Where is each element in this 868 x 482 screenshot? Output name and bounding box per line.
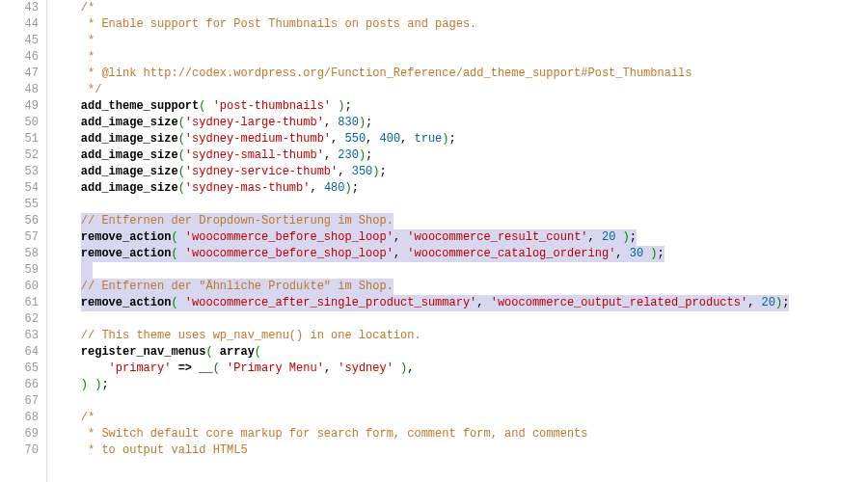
token: 'sydney-large-thumb': [185, 116, 324, 129]
token: (: [178, 148, 185, 162]
code-line: add_theme_support( 'post-thumbnails' );: [53, 98, 868, 115]
token: ;: [630, 230, 637, 244]
token: ,: [588, 230, 602, 244]
token: (: [171, 230, 184, 244]
token: ;: [366, 148, 372, 162]
token: 830: [338, 116, 359, 129]
token: 480: [324, 181, 345, 195]
token: register_nav_menus: [81, 345, 206, 359]
token: 'sydney': [338, 362, 393, 375]
line-number: 46: [0, 49, 39, 66]
code-line: */: [53, 82, 868, 98]
token: 'sydney-small-thumb': [185, 148, 324, 162]
token: ,: [407, 362, 414, 375]
line-number: 66: [0, 377, 39, 393]
token: ,: [615, 247, 629, 260]
line-number: 55: [0, 197, 39, 213]
token: ): [344, 181, 351, 195]
code-line: // Entfernen der "Ähnliche Produkte" im …: [53, 279, 868, 295]
code-line: // This theme uses wp_nav_menu() in one …: [53, 328, 868, 344]
token: ,: [476, 296, 490, 309]
line-number: 44: [0, 16, 39, 33]
token: =>: [178, 362, 192, 375]
token: remove_action: [81, 247, 172, 260]
line-number: 60: [0, 279, 39, 295]
token: // This theme uses wp_nav_menu() in one …: [81, 329, 421, 342]
token: ,: [747, 296, 761, 309]
token: ;: [658, 247, 665, 260]
line-number: 65: [0, 361, 39, 377]
token: // Entfernen der Dropdown-Sortierung im …: [81, 214, 393, 228]
token: remove_action: [81, 230, 172, 244]
token: 'woocommerce_result_count': [407, 230, 587, 244]
token: 'sydney-medium-thumb': [185, 132, 331, 146]
code-line: *: [53, 49, 868, 66]
token: array: [220, 345, 255, 359]
line-number: 56: [0, 213, 39, 229]
token: ): [442, 132, 448, 146]
token: (: [178, 116, 185, 129]
token: remove_action: [81, 296, 172, 309]
token: ): [359, 148, 366, 162]
code-line: * to output valid HTML5: [53, 442, 868, 459]
token: add_image_size: [81, 116, 178, 129]
token: * @link http://codex.wordpress.org/Funct…: [81, 67, 692, 80]
line-number: 57: [0, 229, 39, 246]
token: * Enable support for Post Thumbnails on …: [81, 17, 476, 31]
token: ) ): [81, 378, 102, 391]
token: ,: [324, 148, 338, 162]
code-line: remove_action( 'woocommerce_before_shop_…: [53, 229, 868, 246]
code-line: *: [53, 33, 868, 49]
code-line: remove_action( 'woocommerce_before_shop_…: [53, 246, 868, 262]
token: *: [81, 50, 95, 64]
line-number-gutter: 4344454647484950515253545556575859606162…: [0, 0, 47, 482]
token: * Switch default core markup for search …: [81, 427, 588, 441]
code-area[interactable]: /* * Enable support for Post Thumbnails …: [47, 0, 868, 482]
token: 'woocommerce_after_single_product_summar…: [185, 296, 476, 309]
token: add_image_size: [81, 181, 178, 195]
code-line: /*: [53, 0, 868, 16]
token: 550: [344, 132, 366, 146]
token: add_image_size: [81, 148, 178, 162]
token: // Entfernen der "Ähnliche Produkte" im …: [81, 280, 393, 293]
code-line: add_image_size('sydney-service-thumb', 3…: [53, 164, 868, 180]
token: 350: [352, 165, 373, 178]
token: ,: [324, 362, 338, 375]
token: (: [178, 165, 185, 178]
token: (: [171, 247, 184, 260]
token: ): [372, 165, 379, 178]
token: __: [199, 362, 212, 375]
token: ;: [101, 378, 108, 391]
token: 'Primary Menu': [227, 362, 324, 375]
token: (: [213, 362, 227, 375]
token: 'post-thumbnails': [213, 99, 331, 113]
token: add_theme_support: [81, 99, 199, 113]
line-number: 59: [0, 262, 39, 279]
line-number: 58: [0, 246, 39, 262]
token: ;: [344, 99, 351, 113]
line-number: 50: [0, 115, 39, 131]
line-number: 47: [0, 66, 39, 82]
token: 'primary': [109, 362, 172, 375]
line-number: 53: [0, 164, 39, 180]
token: ,: [331, 132, 344, 146]
token: ): [359, 116, 366, 129]
token: ;: [352, 181, 359, 195]
token: ;: [366, 116, 372, 129]
token: ): [615, 230, 629, 244]
token: ,: [366, 132, 379, 146]
token: (: [178, 132, 185, 146]
code-line: add_image_size('sydney-large-thumb', 830…: [53, 115, 868, 131]
code-line: /*: [53, 410, 868, 426]
token: 'woocommerce_output_related_products': [491, 296, 747, 309]
code-line: [53, 311, 868, 328]
token: 'woocommerce_catalog_ordering': [407, 247, 615, 260]
token: ,: [324, 116, 338, 129]
token: *: [81, 34, 95, 47]
token: 30: [630, 247, 643, 260]
token: add_image_size: [81, 165, 178, 178]
code-line: add_image_size('sydney-small-thumb', 230…: [53, 147, 868, 164]
line-number: 54: [0, 180, 39, 197]
code-line: [53, 197, 868, 213]
line-number: 69: [0, 426, 39, 442]
